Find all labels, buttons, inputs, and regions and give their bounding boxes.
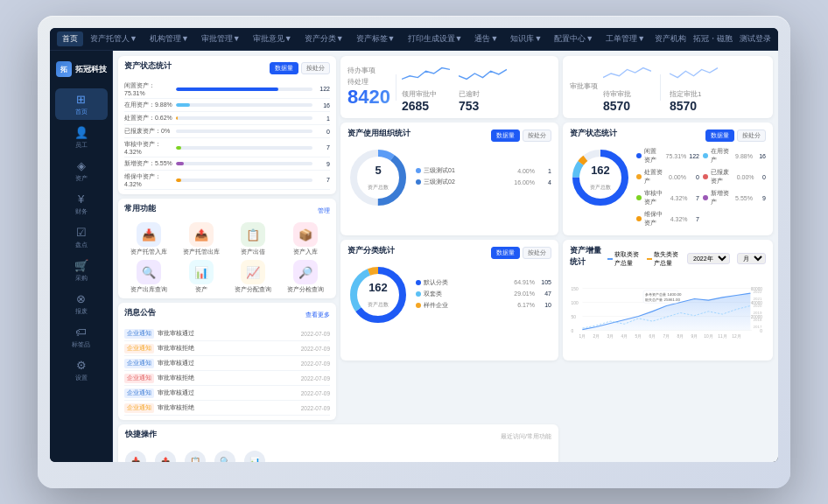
- asset-class-btn2[interactable]: 按处分: [523, 247, 551, 259]
- nav-user[interactable]: 拓冠・磁胞: [693, 33, 733, 45]
- svg-text:散失总产量 25861.00: 散失总产量 25861.00: [645, 298, 680, 302]
- asset-class-legend: 默认分类 64.91% 105 双套类 29.01% 47: [416, 278, 551, 312]
- svg-text:参考资产总量 1400.00: 参考资产总量 1400.00: [645, 292, 682, 297]
- nav-login[interactable]: 测试登录: [740, 33, 771, 45]
- notice-row-3: 企业通知 审批审核通过 2022-07-09: [124, 356, 330, 371]
- asset-increase-title: 资产增量统计: [570, 245, 607, 268]
- sidebar-item-scrap[interactable]: ⊗ 报废: [55, 288, 108, 319]
- asset-class-title: 资产分类统计: [347, 245, 395, 256]
- common-func-manage[interactable]: 管理: [318, 206, 330, 215]
- top-nav-category[interactable]: 资产分类▼: [299, 32, 349, 46]
- cl-count-3: 10: [537, 302, 551, 308]
- top-nav-print[interactable]: 打印生成设置▼: [403, 32, 468, 46]
- sl-dot-5: [636, 195, 642, 200]
- sl-name-4: 已报废资产: [711, 168, 731, 186]
- top-nav-asset-manager[interactable]: 资产托管人▼: [85, 32, 143, 46]
- top-nav-ticket[interactable]: 工单管理▼: [600, 32, 650, 46]
- svg-text:50: 50: [572, 315, 577, 319]
- sl-name-7: 维保中资产: [644, 210, 664, 228]
- cl-dot-3: [416, 303, 421, 308]
- func-item-4[interactable]: 📦 资产入库: [281, 222, 330, 256]
- status-bar-bg-1: [176, 88, 312, 91]
- func-icon-3: 📋: [241, 222, 265, 247]
- quick-op-1[interactable]: 📥: [125, 451, 146, 462]
- right-data-btn[interactable]: 数据量: [270, 62, 298, 74]
- func-icon-7: 📈: [241, 260, 265, 284]
- sidebar-item-employee[interactable]: 👤 员工: [55, 122, 108, 153]
- asset-org-btn2[interactable]: 按处分: [523, 130, 551, 142]
- status-bar-fill-2: [176, 103, 190, 107]
- notice-text-5: 审批审核通过: [158, 388, 298, 397]
- asset-class-center-value: 162: [368, 281, 389, 294]
- right-asset-status-card: 资产状态统计 数据量 按处分 闲置资产：75.31%: [118, 56, 336, 194]
- year-select[interactable]: 2022年2021年2020年: [687, 253, 730, 264]
- top-nav-org[interactable]: 机构管理▼: [144, 32, 194, 46]
- top-nav-home[interactable]: 首页: [57, 32, 83, 46]
- sl-dot-1: [636, 153, 642, 158]
- sidebar-item-settings[interactable]: ⚙ 设置: [55, 354, 108, 386]
- func-item-2[interactable]: 📤 资产托管出库: [177, 222, 226, 256]
- notice-date-2: 2022-07-09: [301, 346, 330, 352]
- asset-status-btn1[interactable]: 数据量: [705, 130, 734, 142]
- top-nav-opinion[interactable]: 审批意见▼: [248, 32, 298, 46]
- sidebar-item-purchase[interactable]: 🛒 采购: [55, 255, 108, 286]
- sidebar-item-label-item[interactable]: 🏷 标签品: [55, 321, 108, 353]
- status-num-5: 7: [316, 144, 330, 150]
- right-sort-btn[interactable]: 按处分: [301, 62, 330, 74]
- sidebar-item-finance[interactable]: ¥ 财务: [55, 188, 108, 220]
- asset-class-btn1[interactable]: 数据量: [491, 247, 520, 259]
- svg-text:1月: 1月: [579, 334, 586, 339]
- notice-all-btn[interactable]: 查看更多: [305, 311, 330, 319]
- status-legend-4: 已报废资产 0.00% 0: [703, 168, 766, 186]
- sl-name-2: 在用资产: [711, 147, 729, 164]
- quick-op-4[interactable]: 🔍: [214, 451, 235, 462]
- func-item-6[interactable]: 📊 资产: [177, 260, 226, 294]
- pending-item2-label: 已逾时: [459, 89, 507, 99]
- sidebar-item-asset[interactable]: ◈ 资产: [55, 155, 108, 186]
- status-bar-fill-6: [176, 162, 184, 165]
- sidebar-item-home[interactable]: ⊞ 首页: [55, 88, 108, 120]
- month-select[interactable]: 月: [737, 253, 766, 264]
- quick-op-3[interactable]: 📋: [185, 451, 206, 462]
- notice-tag-6: 企业通知: [124, 403, 154, 413]
- func-item-5[interactable]: 🔍 资产出库查询: [124, 260, 173, 294]
- asset-status-btn2[interactable]: 按处分: [737, 130, 766, 142]
- right-asset-status-header: 资产状态统计 数据量 按处分: [124, 60, 330, 76]
- status-bar-bg-5: [176, 146, 312, 150]
- sidebar-item-inventory[interactable]: ☑ 盘点: [55, 221, 108, 253]
- asset-status-center-label: 资产总数: [590, 185, 611, 190]
- sidebar-label-settings: 设置: [75, 374, 88, 382]
- asset-org-btn1[interactable]: 数据量: [491, 130, 520, 142]
- top-nav-tabs: 首页 资产托管人▼ 机构管理▼ 审批管理▼ 审批意见▼ 资产分类▼ 资产标签▼ …: [57, 32, 650, 46]
- status-row-5: 审核中资产：4.32% 7: [124, 138, 330, 158]
- top-nav-tag[interactable]: 资产标签▼: [351, 32, 401, 46]
- notice-row-2: 企业通知 审批审核拒绝 2022-07-09: [124, 341, 330, 356]
- logo-text: 拓冠科技: [75, 64, 107, 75]
- svg-text:3月: 3月: [607, 334, 614, 339]
- func-item-1[interactable]: 📥 资产托管入库: [124, 222, 173, 256]
- sl-pct-5: 4.32%: [667, 195, 688, 201]
- top-nav-config[interactable]: 配置中心▼: [549, 32, 599, 46]
- nav-asset-mgr[interactable]: 资产机构: [655, 33, 686, 45]
- status-bar-fill-5: [176, 146, 181, 150]
- func-item-8[interactable]: 🔎 资产分检查询: [281, 260, 330, 294]
- top-nav-approval[interactable]: 审批管理▼: [196, 32, 246, 46]
- asset-status-title: 资产状态统计: [570, 128, 617, 139]
- func-item-7[interactable]: 📈 资产分配查询: [229, 260, 278, 294]
- top-nav-notice[interactable]: 通告▼: [469, 32, 503, 46]
- content-area: 待办事项 待处理 8420 领用审: [113, 51, 778, 462]
- func-item-3[interactable]: 📋 资产出借: [229, 222, 278, 256]
- asset-class-header: 资产分类统计 数据量 按处分: [347, 245, 551, 261]
- sl-pct-3: 0.00%: [665, 174, 686, 180]
- cl-pct-2: 29.01%: [510, 290, 535, 297]
- class-legend-3: 样件企业 6.17% 10: [416, 301, 551, 310]
- top-nav-knowledge[interactable]: 知识库▼: [505, 32, 547, 46]
- notice-text-3: 审批审核通过: [158, 359, 298, 368]
- quick-ops-header: 快捷操作 最近访问/常用功能: [125, 429, 551, 444]
- status-bar-bg-7: [176, 178, 312, 182]
- notice-date-5: 2022-07-09: [301, 390, 330, 396]
- func-label-6: 资产: [195, 286, 207, 294]
- quick-op-2[interactable]: 📤: [155, 451, 176, 462]
- quick-op-5[interactable]: 📊: [244, 451, 265, 462]
- cl-name-2: 双套类: [424, 290, 442, 298]
